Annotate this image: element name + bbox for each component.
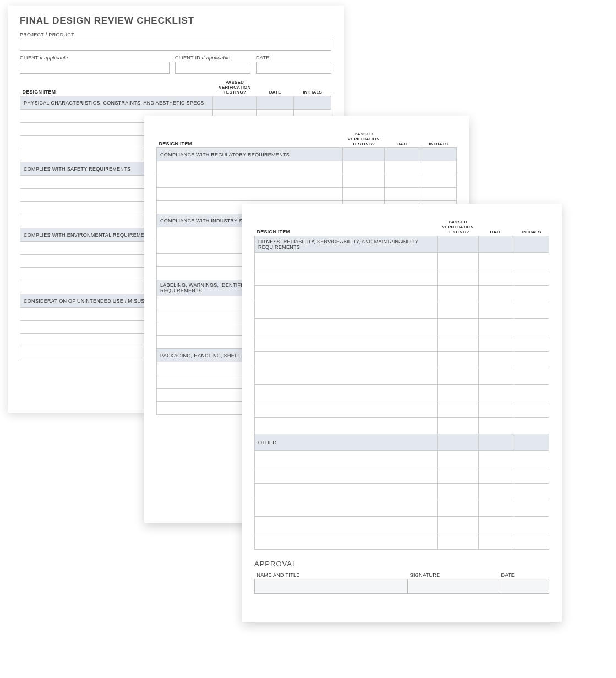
initials-cell[interactable] bbox=[514, 368, 549, 385]
initials-cell[interactable] bbox=[514, 484, 549, 500]
item-cell[interactable] bbox=[255, 302, 438, 319]
passed-cell[interactable] bbox=[437, 484, 478, 500]
date-cell[interactable] bbox=[478, 286, 514, 302]
initials-cell[interactable] bbox=[421, 174, 456, 188]
passed-cell[interactable] bbox=[437, 517, 478, 533]
date-cell[interactable] bbox=[478, 517, 514, 533]
date-cell[interactable] bbox=[478, 385, 514, 401]
initials-cell[interactable] bbox=[514, 401, 549, 418]
item-cell[interactable] bbox=[255, 286, 438, 302]
date-cell[interactable] bbox=[385, 188, 421, 201]
initials-cell[interactable] bbox=[514, 269, 549, 286]
passed-cell[interactable] bbox=[437, 319, 478, 335]
checklist-row bbox=[255, 286, 549, 302]
item-cell[interactable] bbox=[255, 253, 438, 269]
item-cell[interactable] bbox=[255, 484, 438, 500]
item-cell[interactable] bbox=[255, 319, 438, 335]
date-cell[interactable] bbox=[478, 335, 514, 352]
passed-cell[interactable] bbox=[437, 500, 478, 517]
date-cell[interactable] bbox=[478, 418, 514, 434]
initials-cell[interactable] bbox=[421, 161, 456, 174]
initials-cell[interactable] bbox=[514, 500, 549, 517]
item-cell[interactable] bbox=[255, 401, 438, 418]
client-id-label-text: CLIENT ID bbox=[175, 55, 200, 61]
item-cell[interactable] bbox=[255, 517, 438, 533]
passed-cell[interactable] bbox=[437, 335, 478, 352]
passed-cell[interactable] bbox=[437, 533, 478, 550]
checklist-row bbox=[255, 269, 549, 286]
checklist-row bbox=[255, 517, 549, 533]
date-cell[interactable] bbox=[478, 368, 514, 385]
initials-cell[interactable] bbox=[514, 352, 549, 368]
item-cell[interactable] bbox=[255, 385, 438, 401]
item-cell[interactable] bbox=[255, 533, 438, 550]
passed-cell[interactable] bbox=[342, 174, 384, 188]
item-cell[interactable] bbox=[255, 368, 438, 385]
passed-cell[interactable] bbox=[437, 418, 478, 434]
project-input[interactable] bbox=[20, 39, 331, 51]
initials-cell[interactable] bbox=[421, 188, 456, 201]
checklist-row bbox=[255, 533, 549, 550]
date-cell[interactable] bbox=[478, 352, 514, 368]
date-cell[interactable] bbox=[478, 302, 514, 319]
initials-cell[interactable] bbox=[514, 533, 549, 550]
initials-cell[interactable] bbox=[514, 335, 549, 352]
client-input[interactable] bbox=[20, 62, 170, 74]
initials-cell[interactable] bbox=[514, 253, 549, 269]
passed-cell[interactable] bbox=[437, 401, 478, 418]
passed-cell[interactable] bbox=[437, 368, 478, 385]
date-cell[interactable] bbox=[478, 253, 514, 269]
col-design-item: DESIGN ITEM bbox=[255, 219, 438, 236]
item-cell[interactable] bbox=[255, 269, 438, 286]
passed-cell[interactable] bbox=[437, 451, 478, 467]
initials-cell[interactable] bbox=[514, 451, 549, 467]
approval-signature-cell[interactable] bbox=[408, 579, 499, 594]
passed-cell[interactable] bbox=[437, 253, 478, 269]
item-cell[interactable] bbox=[255, 335, 438, 352]
initials-cell[interactable] bbox=[514, 467, 549, 484]
client-id-input[interactable] bbox=[175, 62, 250, 74]
date-cell[interactable] bbox=[478, 484, 514, 500]
date-cell[interactable] bbox=[478, 319, 514, 335]
passed-cell[interactable] bbox=[437, 302, 478, 319]
item-cell[interactable] bbox=[255, 467, 438, 484]
initials-cell[interactable] bbox=[514, 517, 549, 533]
date-cell[interactable] bbox=[478, 500, 514, 517]
approval-date-cell[interactable] bbox=[499, 579, 549, 594]
approval-date-label: DATE bbox=[499, 571, 549, 579]
item-cell[interactable] bbox=[157, 161, 343, 174]
section-label-cell: FITNESS, RELIABILITY, SERVICEABILITY, AN… bbox=[255, 236, 438, 253]
item-cell[interactable] bbox=[255, 451, 438, 467]
date-cell[interactable] bbox=[478, 467, 514, 484]
section-header-cell bbox=[385, 148, 421, 161]
date-cell[interactable] bbox=[385, 174, 421, 188]
initials-cell[interactable] bbox=[514, 286, 549, 302]
passed-cell[interactable] bbox=[342, 161, 384, 174]
passed-cell[interactable] bbox=[342, 188, 384, 201]
item-cell[interactable] bbox=[157, 174, 343, 188]
passed-cell[interactable] bbox=[437, 286, 478, 302]
initials-cell[interactable] bbox=[514, 319, 549, 335]
passed-cell[interactable] bbox=[437, 467, 478, 484]
checklist-row bbox=[255, 484, 549, 500]
checklist-row bbox=[255, 368, 549, 385]
item-cell[interactable] bbox=[157, 188, 343, 201]
approval-name-title-cell[interactable] bbox=[255, 579, 408, 594]
initials-cell[interactable] bbox=[514, 418, 549, 434]
item-cell[interactable] bbox=[255, 500, 438, 517]
date-cell[interactable] bbox=[385, 161, 421, 174]
date-cell[interactable] bbox=[478, 533, 514, 550]
date-cell[interactable] bbox=[478, 401, 514, 418]
passed-cell[interactable] bbox=[437, 385, 478, 401]
passed-cell[interactable] bbox=[437, 269, 478, 286]
item-cell[interactable] bbox=[255, 352, 438, 368]
initials-cell[interactable] bbox=[514, 302, 549, 319]
passed-cell[interactable] bbox=[437, 352, 478, 368]
item-cell[interactable] bbox=[255, 418, 438, 434]
approval-signature-label: SIGNATURE bbox=[408, 571, 499, 579]
date-cell[interactable] bbox=[478, 451, 514, 467]
initials-cell[interactable] bbox=[514, 385, 549, 401]
date-cell[interactable] bbox=[478, 269, 514, 286]
date-input[interactable] bbox=[256, 62, 331, 74]
client-label-text: CLIENT bbox=[20, 55, 39, 61]
